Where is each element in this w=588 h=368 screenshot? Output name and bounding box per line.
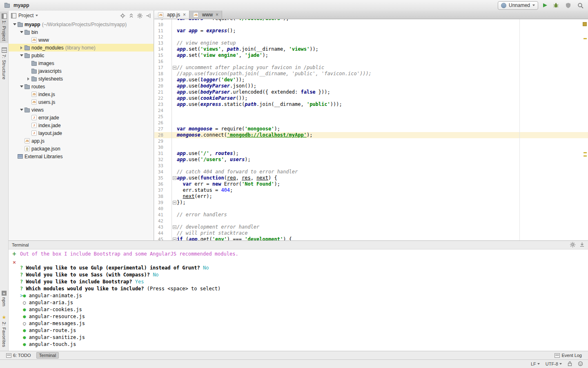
encoding-widget[interactable]: UTF-8 [546, 361, 562, 366]
code-line-31[interactable]: 31app.use('/', routes); [154, 150, 588, 157]
tree-item-images[interactable]: images [9, 59, 154, 67]
hide-panel-icon[interactable] [146, 13, 151, 18]
code-line-28[interactable]: 28mongoose.connect('mongodb://localhost/… [154, 132, 588, 138]
locate-icon[interactable] [120, 13, 125, 18]
tree-item-www[interactable]: www [9, 36, 154, 44]
tree-item-javascripts[interactable]: javascripts [9, 67, 154, 75]
code-line-41[interactable]: 41// error handlers [154, 212, 588, 218]
terminal-tool-window-button[interactable]: Terminal [36, 352, 59, 359]
editor-tab-app-js[interactable]: app.js [154, 11, 189, 19]
collapse-arrow-icon[interactable] [19, 53, 24, 58]
settings-icon[interactable] [137, 13, 143, 18]
editor-tab-www[interactable]: www [189, 11, 222, 19]
line-separator-widget[interactable]: LF [531, 361, 540, 366]
fold-marker-icon[interactable] [173, 201, 176, 204]
code-line-13[interactable]: 13// view engine setup [154, 40, 588, 46]
tree-item-views[interactable]: views [9, 106, 154, 114]
close-icon[interactable] [216, 13, 218, 17]
collapse-arrow-icon[interactable] [19, 29, 24, 35]
tool-window-button-2-favorites[interactable]: 2: Favorites [0, 313, 8, 349]
error-stripe[interactable] [583, 19, 588, 240]
fold-marker-icon[interactable] [173, 66, 176, 70]
collapse-arrow-icon[interactable] [19, 84, 24, 89]
warning-stripe-mark[interactable] [584, 155, 587, 157]
coverage-button[interactable] [564, 2, 572, 9]
expand-arrow-icon[interactable] [26, 76, 31, 81]
readonly-lock-icon[interactable] [568, 361, 572, 367]
code-line-25[interactable]: 25 [154, 114, 588, 120]
code-line-40[interactable]: 40 [154, 206, 588, 212]
code-line-33[interactable]: 33 [154, 163, 588, 169]
code-line-26[interactable]: 26 [154, 120, 588, 126]
code-line-32[interactable]: 32app.use('/users', users); [154, 157, 588, 163]
event-log-button[interactable]: Event Log [552, 352, 585, 359]
code-line-35[interactable]: 35app.use(function(req, res, next) { [154, 175, 588, 181]
tree-item-node-modules[interactable]: node_modules (library home) [9, 44, 154, 52]
code-line-14[interactable]: 14app.set('views', path.join(__dirname, … [154, 46, 588, 52]
code-line-27[interactable]: 27var mongoose = require('mongoose'); [154, 126, 588, 132]
tree-item-index-js[interactable]: index.js [9, 90, 154, 98]
expand-arrow-icon[interactable] [19, 45, 24, 50]
search-icon[interactable] [577, 2, 584, 9]
code-line-17[interactable]: 17// uncomment after placing your favico… [154, 65, 588, 71]
code-line-29[interactable]: 29 [154, 138, 588, 144]
fold-marker-icon[interactable] [173, 238, 176, 240]
code-line-39[interactable]: 39}); [154, 200, 588, 206]
new-session-icon[interactable] [9, 249, 20, 258]
code-line-44[interactable]: 44// will print stacktrace [154, 230, 588, 236]
todo-tool-window-button[interactable]: 6: TODO [3, 352, 34, 359]
code-line-10[interactable]: 10 [154, 22, 588, 28]
close-icon[interactable] [183, 13, 186, 17]
code-line-22[interactable]: 22app.use(cookieParser()); [154, 95, 588, 101]
inspections-profile-icon[interactable] [578, 361, 583, 367]
code-line-15[interactable]: 15app.set('view engine', 'jade'); [154, 52, 588, 58]
tree-item-external-libraries[interactable]: External Libraries [9, 153, 154, 160]
fold-marker-icon[interactable] [173, 176, 176, 180]
fold-marker-icon[interactable] [173, 225, 176, 229]
code-line-34[interactable]: 34// catch 404 and forward to error hand… [154, 169, 588, 175]
collapse-arrow-icon[interactable] [19, 107, 24, 112]
tree-item-app-js[interactable]: app.js [9, 137, 154, 145]
code-line-30[interactable]: 30 [154, 144, 588, 150]
code-line-20[interactable]: 20app.use(bodyParser.json()); [154, 83, 588, 89]
code-line-42[interactable]: 42 [154, 218, 588, 224]
code-line-21[interactable]: 21app.use(bodyParser.urlencoded({ extend… [154, 89, 588, 95]
code-line-45[interactable]: 45if (app.get('env') === 'development') … [154, 236, 588, 240]
tree-item-error-jade[interactable]: error.jade [9, 114, 154, 121]
inspection-indicator-icon[interactable] [583, 22, 587, 26]
hide-panel-icon[interactable] [579, 242, 585, 248]
code-line-43[interactable]: 43// development error handler [154, 224, 588, 230]
tree-item-public[interactable]: public [9, 52, 154, 59]
tree-item-routes[interactable]: routes [9, 83, 154, 90]
terminal-output[interactable]: Out of the box I include Bootstrap and s… [20, 249, 588, 351]
collapse-all-icon[interactable] [129, 13, 134, 18]
code-line-38[interactable]: 38 next(err); [154, 193, 588, 200]
tree-item-package-json[interactable]: package.json [9, 145, 154, 153]
code-editor[interactable]: 9var users = require('./routes/users');1… [154, 19, 588, 240]
tool-window-button-1-project[interactable]: 1: Project [0, 11, 8, 43]
code-line-11[interactable]: 11var app = express(); [154, 28, 588, 34]
code-line-24[interactable]: 24 [154, 108, 588, 114]
code-line-16[interactable]: 16 [154, 58, 588, 65]
run-button[interactable] [543, 3, 547, 7]
tree-item-stylesheets[interactable]: stylesheets [9, 75, 154, 83]
breadcrumb[interactable]: myapp [4, 0, 29, 11]
tree-item-index-jade[interactable]: index.jade [9, 121, 154, 129]
code-line-18[interactable]: 18//app.use(favicon(path.join(__dirname,… [154, 71, 588, 77]
close-session-icon[interactable] [9, 258, 20, 267]
warning-stripe-mark[interactable] [584, 152, 587, 153]
tree-item-myapp[interactable]: myapp (~/Workplace/Projects/Projects/mya… [9, 20, 154, 28]
project-view-dropdown[interactable]: Project [11, 13, 38, 18]
tool-window-button-npm[interactable]: npm [0, 289, 8, 309]
project-tree[interactable]: myapp (~/Workplace/Projects/Projects/mya… [9, 20, 154, 240]
run-config-select[interactable]: Unnamed [498, 1, 538, 10]
code-line-36[interactable]: 36 var err = new Error('Not Found'); [154, 181, 588, 187]
code-line-19[interactable]: 19app.use(logger('dev')); [154, 77, 588, 83]
settings-icon[interactable] [570, 242, 575, 248]
code-line-12[interactable]: 12 [154, 34, 588, 40]
code-line-37[interactable]: 37 err.status = 404; [154, 187, 588, 193]
debug-button[interactable] [552, 2, 559, 9]
tree-item-layout-jade[interactable]: layout.jade [9, 129, 154, 137]
collapse-arrow-icon[interactable] [12, 22, 17, 27]
warning-stripe-mark[interactable] [584, 38, 587, 39]
